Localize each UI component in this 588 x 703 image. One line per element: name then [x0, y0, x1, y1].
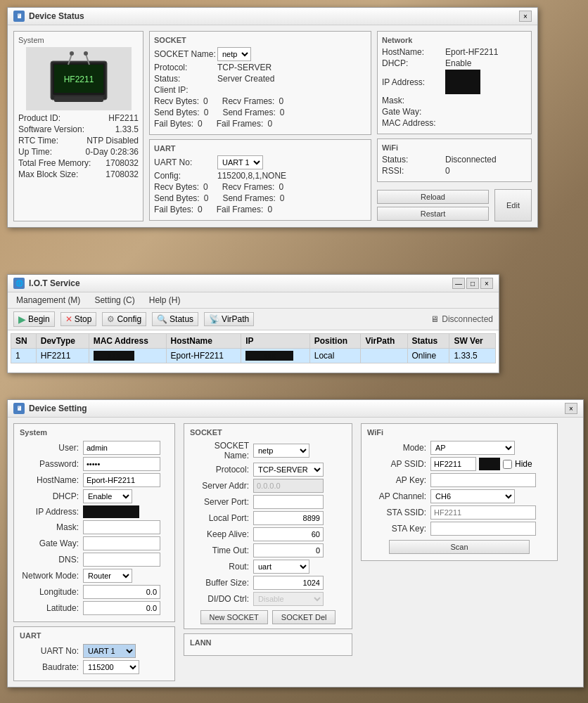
setting-baudrate-row: Baudrate: 115200	[20, 660, 169, 674]
svg-rect-7	[54, 96, 103, 102]
setting-wifi-stakey-row: STA Key:	[367, 522, 551, 536]
socket-name-select[interactable]: netp	[253, 444, 309, 458]
cell-hostname: Eport-HF2211	[166, 349, 241, 363]
iot-close-btn[interactable]: ×	[480, 278, 493, 289]
setting-system-title: System	[20, 428, 169, 437]
iot-service-window-controls: — □ ×	[452, 278, 493, 289]
iot-service-title: I.O.T Service	[29, 278, 80, 288]
keepalive-input[interactable]	[253, 527, 324, 541]
setting-ip-row: IP Address:	[20, 505, 169, 518]
user-input[interactable]	[83, 441, 160, 455]
device-status-icon: 🖥	[13, 11, 25, 22]
ds-field-product-id: Product ID: HF2211	[18, 113, 139, 123]
restart-button[interactable]: Restart	[377, 207, 489, 221]
socket-protocol-select[interactable]: TCP-SERVER	[253, 463, 324, 477]
menu-help[interactable]: Help (H)	[146, 294, 184, 307]
serverport-input[interactable]	[253, 495, 324, 509]
didoctrl-select: Disable	[253, 592, 324, 606]
iot-service-window: 🌐 I.O.T Service — □ × Management (M) Set…	[7, 274, 499, 373]
new-socket-button[interactable]: New SOCKET	[200, 610, 268, 624]
device-image: HF2211	[26, 47, 132, 110]
setting-uart-title: UART	[20, 631, 169, 640]
localport-input[interactable]	[253, 511, 324, 525]
setting-socket-timeout-row: Time Out:	[190, 543, 346, 557]
menu-setting[interactable]: Setting (C)	[91, 294, 137, 307]
virpath-icon: 📡	[209, 314, 219, 324]
device-setting-titlebar: 🖥 Device Setting ×	[8, 400, 583, 418]
config-button[interactable]: ⚙ Config	[102, 312, 146, 326]
latitude-input[interactable]	[83, 601, 160, 615]
device-status-close-btn[interactable]: ×	[519, 11, 532, 22]
ds-network-title: Network	[382, 36, 527, 44]
device-status-title: Device Status	[29, 11, 84, 21]
ds-socket-name-select[interactable]: netp	[217, 47, 251, 61]
device-setting-close-btn[interactable]: ×	[565, 403, 577, 414]
setting-system-column: System User: Password: HostName: DHCP: E…	[13, 423, 175, 681]
menu-management[interactable]: Management (M)	[13, 294, 83, 307]
hostname-input[interactable]	[83, 473, 160, 487]
ds-middle-panel: SOCKET SOCKET Name: netp Protocol: TCP-S…	[149, 31, 371, 221]
col-position: Position	[309, 334, 361, 349]
networkmode-select[interactable]: Router	[83, 569, 132, 583]
col-hostname: HostName	[166, 334, 241, 349]
setting-lann-title: LANN	[190, 638, 346, 647]
setting-socket-serverport-row: Server Port:	[190, 495, 346, 509]
ds-field-free-memory: Total Free Memory: 1708032	[18, 158, 139, 168]
virpath-button[interactable]: 📡 VirPath	[204, 312, 254, 326]
rout-select[interactable]: uart	[253, 560, 309, 574]
begin-button[interactable]: ▶ Begin	[13, 311, 55, 327]
setting-hostname-row: HostName:	[20, 473, 169, 487]
hide-checkbox[interactable]	[503, 460, 512, 469]
buffersize-input[interactable]	[253, 576, 324, 590]
stop-button[interactable]: ✕ Stop	[60, 312, 97, 326]
ds-system-title: System	[18, 36, 139, 44]
ds-uart-title: UART	[154, 144, 366, 153]
ds-network-ip-row: IP Address:	[382, 70, 527, 94]
mask-input[interactable]	[83, 520, 160, 534]
wifi-mode-select[interactable]: AP	[430, 441, 515, 455]
cell-sn: 1	[11, 349, 37, 363]
apssid-input[interactable]	[430, 457, 476, 471]
iot-connection-status: 🖥 Disconnected	[430, 314, 493, 324]
ds-network-mac-row: MAC Address:	[382, 118, 527, 128]
cell-position: Local	[309, 349, 361, 363]
setting-longitude-row: Longitude:	[20, 585, 169, 599]
iot-maximize-btn[interactable]: □	[466, 278, 479, 289]
gateway-input[interactable]	[83, 536, 160, 550]
setting-gateway-row: Gate Way:	[20, 536, 169, 550]
iot-minimize-btn[interactable]: —	[452, 278, 465, 289]
socket-del-button[interactable]: SOCKET Del	[272, 610, 336, 624]
ds-socket-send-row: Send Bytes: 0 Send Frames: 0	[154, 108, 366, 117]
setting-socket-name-row: SOCKET Name: netp	[190, 441, 346, 460]
apchannel-select[interactable]: CH6	[430, 489, 515, 503]
setting-dhcp-row: DHCP: Enable Disable	[20, 489, 169, 503]
setting-uart-no-row: UART No: UART 1	[20, 644, 169, 658]
stassid-input[interactable]	[430, 505, 536, 520]
ds-socket-name-row: SOCKET Name: netp	[154, 47, 366, 61]
uart-no-select[interactable]: UART 1	[83, 644, 136, 658]
device-svg: HF2211	[30, 51, 128, 107]
password-input[interactable]	[83, 457, 160, 471]
edit-button[interactable]: Edit	[494, 189, 532, 221]
device-setting-body: System User: Password: HostName: DHCP: E…	[8, 418, 583, 687]
timeout-input[interactable]	[253, 543, 324, 557]
ds-uart-no-select[interactable]: UART 1	[217, 155, 263, 169]
table-row[interactable]: 1 HF2211 xxx Eport-HF2211 xxx Local Onli…	[11, 349, 496, 363]
config-icon: ⚙	[107, 314, 115, 324]
stakey-input[interactable]	[430, 522, 536, 536]
ds-field-max-block: Max Block Size: 1708032	[18, 169, 139, 179]
setting-wifi-mode-row: Mode: AP	[367, 441, 551, 455]
dhcp-select[interactable]: Enable Disable	[83, 489, 132, 503]
reload-button[interactable]: Reload	[377, 190, 489, 204]
col-ip: IP	[241, 334, 310, 349]
device-status-body: System HF2211 Product ID: HF2211	[8, 25, 537, 227]
apkey-input[interactable]	[430, 473, 536, 487]
dns-input[interactable]	[83, 553, 160, 567]
setting-wifi-apssid-row: AP SSID: Hide	[367, 457, 551, 471]
baudrate-select[interactable]: 115200	[83, 660, 139, 674]
col-virpath: VirPath	[361, 334, 407, 349]
status-button[interactable]: 🔍 Status	[152, 312, 198, 326]
longitude-input[interactable]	[83, 585, 160, 599]
scan-button[interactable]: Scan	[389, 540, 530, 554]
svg-point-5	[70, 51, 74, 56]
